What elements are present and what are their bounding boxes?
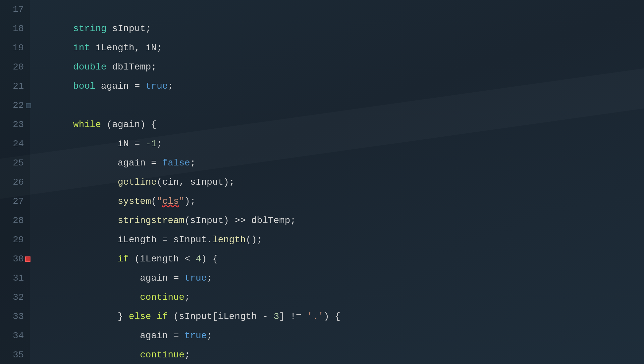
code-line-17: string sInput;: [40, 0, 644, 19]
line-number-20: 20: [0, 58, 24, 77]
line-number-28: 28: [0, 211, 24, 230]
line-number-22: 22: [0, 96, 24, 115]
line-number-27: 27: [0, 192, 24, 211]
line-number-34: 34: [0, 326, 24, 345]
line-number-32: 32: [0, 288, 24, 307]
line-numbers: 17 18 19 20 21 22 23 24 25 26 27 28 29 3…: [0, 0, 30, 364]
editor-container: 17 18 19 20 21 22 23 24 25 26 27 28 29 3…: [0, 0, 644, 364]
line-number-23: 23: [0, 115, 24, 134]
code-line-22: while (again) {: [40, 96, 644, 115]
line-number-35: 35: [0, 345, 24, 364]
line-number-29: 29: [0, 230, 24, 250]
code-area: string sInput; int iLength, iN; double d…: [30, 0, 644, 364]
line-number-19: 19: [0, 38, 24, 58]
line-number-21: 21: [0, 77, 24, 96]
line-number-33: 33: [0, 307, 24, 326]
line-number-17: 17: [0, 0, 24, 19]
line-number-24: 24: [0, 134, 24, 154]
line-number-30: 30: [0, 250, 24, 269]
line-number-31: 31: [0, 269, 24, 288]
line-number-26: 26: [0, 173, 24, 192]
line-number-25: 25: [0, 154, 24, 173]
line-number-18: 18: [0, 19, 24, 38]
